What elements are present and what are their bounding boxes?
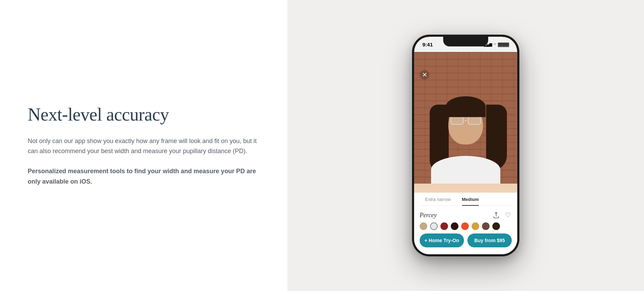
product-row: Percey ♡ bbox=[420, 209, 512, 220]
home-try-on-button[interactable]: + Home Try-On bbox=[420, 233, 464, 247]
swatch-5[interactable] bbox=[472, 222, 479, 230]
glasses-lens-right bbox=[468, 116, 481, 125]
status-time: 9:41 bbox=[422, 42, 433, 47]
battery-icon: ▓▓▓▓ bbox=[498, 42, 509, 46]
notch bbox=[443, 37, 488, 46]
phone-mockup: 9:41 ▂▄▆ ⌔ ▓▓▓▓ bbox=[412, 35, 519, 256]
bottom-panel: Extra narrow Medium Percey bbox=[414, 193, 517, 254]
swatch-3[interactable] bbox=[451, 222, 458, 230]
swatch-2[interactable] bbox=[440, 222, 448, 230]
close-button[interactable]: ✕ bbox=[420, 70, 429, 80]
body-shape bbox=[431, 156, 500, 184]
glasses-bridge bbox=[465, 120, 467, 121]
tabs-row: Extra narrow Medium bbox=[420, 197, 512, 206]
headline: Next-level accuracy bbox=[28, 104, 260, 125]
buy-button[interactable]: Buy from $95 bbox=[467, 233, 512, 247]
hair-top bbox=[446, 96, 486, 117]
phone-inner: 9:41 ▂▄▆ ⌔ ▓▓▓▓ bbox=[414, 37, 517, 254]
swatch-6[interactable] bbox=[482, 222, 490, 230]
phone-outer: 9:41 ▂▄▆ ⌔ ▓▓▓▓ bbox=[412, 35, 519, 256]
left-content: Next-level accuracy Not only can our app… bbox=[28, 104, 260, 187]
swatch-1[interactable] bbox=[430, 222, 438, 230]
product-name: Percey bbox=[420, 212, 437, 219]
glasses-lens-left bbox=[450, 116, 464, 125]
swatch-7[interactable] bbox=[492, 222, 500, 230]
wifi-icon: ⌔ bbox=[494, 42, 496, 46]
favorite-button[interactable]: ♡ bbox=[504, 211, 512, 219]
tab-medium[interactable]: Medium bbox=[456, 197, 484, 205]
swatch-4[interactable] bbox=[461, 222, 469, 230]
right-panel: 9:41 ▂▄▆ ⌔ ▓▓▓▓ bbox=[287, 0, 644, 291]
swatch-0[interactable] bbox=[420, 222, 427, 230]
glasses bbox=[450, 116, 481, 125]
share-button[interactable] bbox=[492, 211, 500, 219]
body-text: Not only can our app show you exactly ho… bbox=[28, 136, 260, 157]
left-panel: Next-level accuracy Not only can our app… bbox=[0, 0, 287, 291]
tab-extra-narrow[interactable]: Extra narrow bbox=[420, 197, 456, 205]
swatches-row bbox=[420, 220, 512, 233]
bold-note: Personalized measurement tools to find y… bbox=[28, 166, 260, 187]
camera-view: ✕ Extra narrow Medium bbox=[414, 52, 517, 254]
product-actions: ♡ bbox=[492, 211, 512, 219]
cta-buttons: + Home Try-On Buy from $95 bbox=[420, 233, 512, 247]
